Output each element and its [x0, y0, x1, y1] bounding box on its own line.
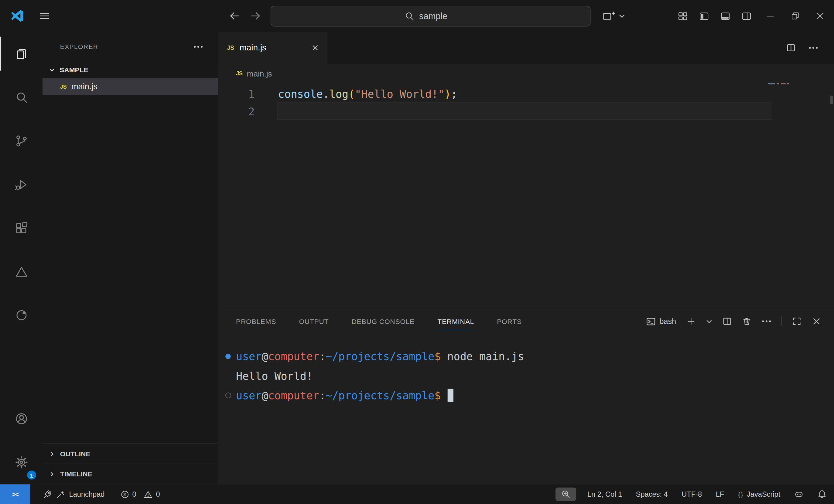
close-window-icon[interactable] — [815, 10, 826, 21]
outline-section-header[interactable]: OUTLINE — [43, 443, 218, 464]
copilot-menu-button[interactable] — [602, 10, 625, 21]
breadcrumb-item[interactable]: main.js — [247, 69, 272, 78]
activitybar-run-debug[interactable] — [0, 162, 43, 206]
kill-terminal-trash-icon[interactable] — [742, 317, 752, 326]
sidebar-bottom-sections: OUTLINE TIMELINE — [43, 443, 218, 484]
panel-tab-debug-console[interactable]: DEBUG CONSOLE — [351, 306, 415, 336]
panel-tab-problems[interactable]: PROBLEMS — [236, 306, 276, 336]
chevron-down-icon — [49, 67, 55, 73]
encoding[interactable]: UTF-8 — [675, 490, 708, 498]
language-mode[interactable]: {} JavaScript — [731, 490, 787, 498]
editor-scrollbar[interactable] — [830, 96, 833, 104]
terminal-token: computer — [268, 389, 319, 402]
customize-layout-icon[interactable] — [677, 10, 688, 22]
section-label: OUTLINE — [60, 450, 90, 458]
statusbar-left: Launchpad 0 0 — [30, 490, 160, 499]
command-center-search[interactable] — [270, 5, 590, 26]
maximize-panel-icon[interactable] — [792, 317, 802, 326]
toggle-panel-icon[interactable] — [720, 10, 731, 22]
explorer-actions-icon[interactable] — [194, 45, 203, 48]
line-number: 2 — [218, 105, 255, 117]
folder-section-header[interactable]: SAMPLE — [43, 62, 218, 78]
editor-group: JS main.js JS main.js — [218, 32, 834, 484]
split-editor-icon[interactable] — [786, 43, 796, 52]
notifications[interactable] — [811, 490, 828, 499]
terminal-token: @ — [262, 350, 268, 363]
statusbar-right: Ln 2, Col 1 Spaces: 4 UTF-8 LF {} JavaSc… — [555, 488, 834, 501]
terminal-token: $ — [434, 350, 447, 363]
activitybar-explorer[interactable] — [0, 32, 43, 75]
minimap[interactable] — [768, 83, 789, 84]
menu-icon[interactable] — [38, 9, 51, 22]
terminal-line: user@computer:~/projects/sample$ node ma… — [218, 346, 834, 366]
minimize-icon[interactable] — [765, 10, 776, 21]
panel-tab-bar: PROBLEMSOUTPUTDEBUG CONSOLETERMINALPORTS… — [218, 306, 834, 336]
indentation[interactable]: Spaces: 4 — [629, 490, 675, 498]
eol-sequence[interactable]: LF — [709, 490, 731, 498]
search-input[interactable] — [419, 11, 457, 21]
back-arrow-icon[interactable] — [228, 9, 241, 22]
chevron-right-icon — [49, 471, 55, 477]
terminal[interactable]: user@computer:~/projects/sample$ node ma… — [218, 336, 834, 484]
panel-more-actions-icon[interactable] — [762, 320, 771, 323]
warning-count: 0 — [156, 490, 160, 498]
terminal-shell-button[interactable]: bash — [646, 316, 676, 326]
code-editor[interactable]: 1console.log("Hello World!");2 — [218, 83, 834, 306]
file-row-main-js[interactable]: JS main.js — [43, 78, 218, 95]
activitybar-extension-triangle[interactable] — [0, 250, 43, 293]
terminal-text: Hello World! — [236, 369, 313, 382]
code-token: "Hello World!" — [355, 88, 444, 100]
code-token: . — [323, 88, 329, 100]
launchpad-item[interactable]: Launchpad — [43, 490, 105, 499]
forward-arrow-icon[interactable] — [249, 9, 262, 22]
explorer-sidebar: EXPLORER SAMPLE JS main.js — [43, 32, 218, 484]
remote-indicator[interactable]: >< — [0, 484, 30, 504]
activitybar-source-control[interactable] — [0, 119, 43, 162]
restore-window-icon[interactable] — [790, 10, 800, 21]
toggle-secondary-sidebar-icon[interactable] — [741, 10, 752, 22]
language-label: JavaScript — [747, 490, 780, 498]
problems-item[interactable]: 0 0 — [120, 490, 160, 499]
close-panel-icon[interactable] — [812, 317, 821, 326]
split-terminal-icon[interactable] — [723, 317, 732, 326]
breadcrumb[interactable]: JS main.js — [218, 64, 834, 83]
launchpad-label: Launchpad — [69, 490, 105, 498]
code-text: console.log("Hello World!"); — [278, 88, 457, 100]
panel-tab-terminal[interactable]: TERMINAL — [437, 306, 474, 336]
panel-tab-output[interactable]: OUTPUT — [299, 306, 329, 336]
panel-tab-ports[interactable]: PORTS — [497, 306, 522, 336]
editor-tab-bar: JS main.js — [218, 32, 834, 64]
folder-name: SAMPLE — [60, 66, 88, 74]
files-icon — [14, 46, 28, 61]
activitybar-accounts[interactable] — [0, 397, 43, 440]
activitybar-extension-circle[interactable] — [0, 293, 43, 337]
terminal-token: computer — [268, 350, 319, 363]
braces-icon: {} — [738, 490, 744, 498]
activitybar-settings[interactable]: 1 — [0, 440, 43, 484]
toggle-primary-sidebar-icon[interactable] — [699, 10, 710, 22]
zoom-indicator[interactable] — [555, 488, 576, 501]
code-token: ) — [444, 88, 451, 100]
more-actions-icon[interactable] — [809, 46, 818, 49]
command-success-decoration[interactable] — [225, 353, 231, 359]
code-line-2[interactable]: 2 — [218, 102, 834, 120]
close-tab-icon[interactable] — [312, 44, 319, 51]
copilot-status[interactable] — [787, 490, 811, 499]
timeline-section-header[interactable]: TIMELINE — [43, 464, 218, 484]
account-icon — [14, 411, 28, 426]
code-line-1[interactable]: 1console.log("Hello World!"); — [218, 85, 834, 102]
activitybar-extensions[interactable] — [0, 206, 43, 250]
code-token: log — [329, 88, 348, 100]
command-prompt-decoration[interactable] — [225, 393, 231, 398]
activitybar-search[interactable] — [0, 75, 43, 119]
circle-icon — [14, 308, 28, 322]
triangle-icon — [14, 264, 28, 278]
terminal-icon — [646, 316, 656, 326]
terminal-line: user@computer:~/projects/sample$ — [218, 386, 834, 405]
terminal-dropdown-chevron-icon[interactable] — [706, 319, 712, 324]
tab-main-js[interactable]: JS main.js — [218, 32, 327, 64]
titlebar-right — [677, 10, 834, 22]
cursor-position[interactable]: Ln 2, Col 1 — [580, 490, 629, 498]
command-decoration-gutter — [218, 393, 236, 398]
new-terminal-icon[interactable] — [686, 317, 696, 326]
